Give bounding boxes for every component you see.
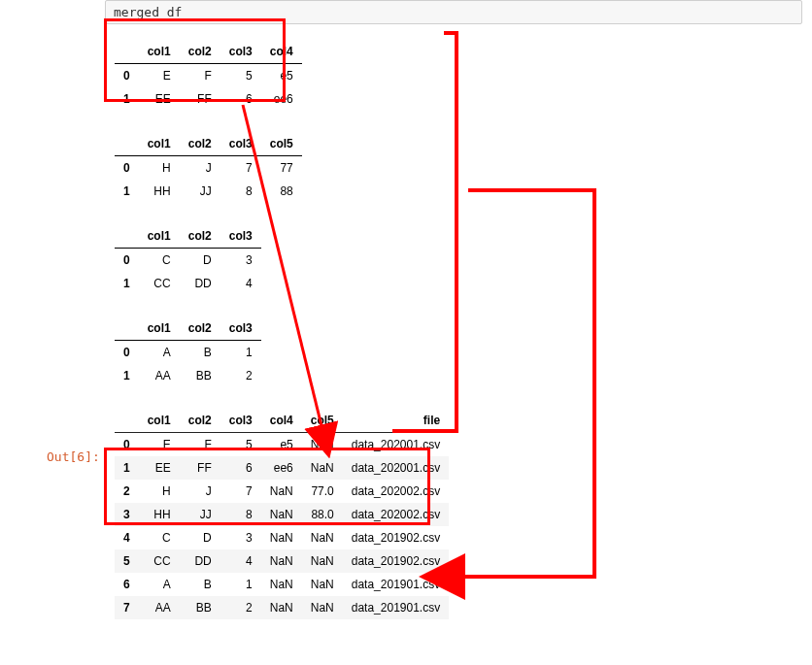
highlight-box-top [104, 18, 286, 102]
table-row: 0 A B 1 [115, 341, 261, 365]
table-row: 1 CC DD 4 [115, 272, 261, 295]
df-table-2: col1 col2 col3 0 C D 3 1 CC DD 4 [115, 224, 261, 295]
highlight-box-result [104, 448, 430, 525]
out-label: Out[6]: [47, 449, 100, 464]
table-row: 0 H J 7 77 [115, 156, 302, 181]
table-row: 1 AA BB 2 [115, 364, 261, 387]
table-row: 0 C D 3 [115, 249, 261, 273]
df-table-1: col1 col2 col3 col5 0 H J 7 77 1 HH JJ 8 [115, 132, 302, 203]
df-block-3: col1 col2 col3 0 A B 1 1 AA BB 2 [115, 316, 812, 387]
table-row: 6AB1NaNNaNdata_201901.csv [115, 573, 449, 596]
table-row: 7AABB2NaNNaNdata_201901.csv [115, 596, 449, 619]
df-block-1: col1 col2 col3 col5 0 H J 7 77 1 HH JJ 8 [115, 132, 812, 203]
table-row: 4CD3NaNNaNdata_201902.csv [115, 526, 449, 549]
table-row: 5CCDD4NaNNaNdata_201902.csv [115, 549, 449, 573]
df-table-3: col1 col2 col3 0 A B 1 1 AA BB 2 [115, 316, 261, 387]
table-row: 1 HH JJ 8 88 [115, 180, 302, 203]
code-text: merged_df [114, 5, 182, 19]
df-block-2: col1 col2 col3 0 C D 3 1 CC DD 4 [115, 224, 812, 295]
